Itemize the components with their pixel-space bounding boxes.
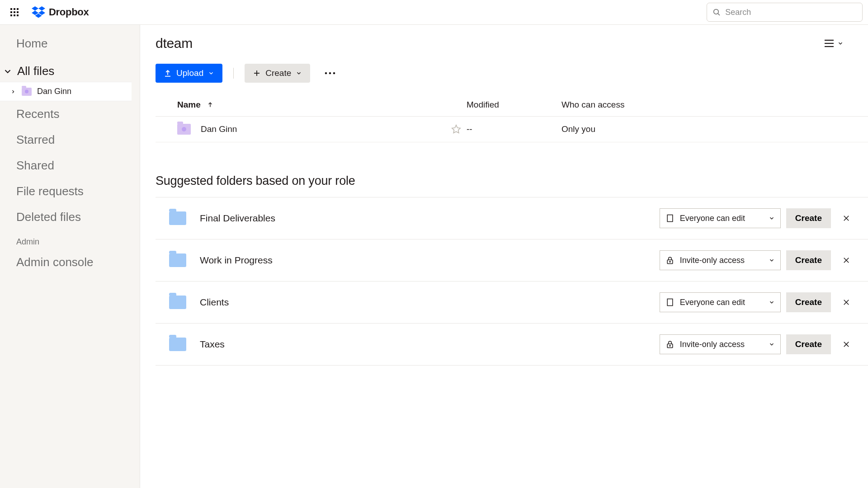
lock-icon (665, 340, 675, 349)
chevron-down-icon (837, 40, 844, 47)
chevron-down-icon (769, 257, 775, 263)
sidebar-admin-label: Admin (0, 230, 140, 249)
search-box[interactable] (707, 3, 863, 22)
close-icon (842, 340, 850, 348)
file-name: Dan Ginn (201, 124, 237, 134)
sidebar-item-starred[interactable]: Starred (0, 127, 140, 153)
table-row[interactable]: Dan Ginn -- Only you (156, 117, 868, 142)
close-icon (842, 214, 850, 222)
divider (233, 68, 234, 79)
create-suggested-button[interactable]: Create (786, 208, 831, 228)
main-content: dteam Upload Create (140, 25, 868, 488)
sidebar-item-admin-console[interactable]: Admin console (0, 249, 140, 275)
more-actions-button[interactable] (321, 64, 339, 82)
suggested-title: Suggested folders based on your role (156, 174, 868, 188)
upload-label: Upload (176, 68, 203, 78)
close-icon (842, 298, 850, 306)
lock-icon (665, 256, 675, 265)
access-label: Everyone can edit (680, 214, 763, 223)
star-icon (451, 124, 461, 134)
dropbox-logo[interactable]: Dropbox (32, 6, 89, 18)
create-suggested-button[interactable]: Create (786, 334, 831, 354)
sidebar-tree-label: Dan Ginn (37, 87, 71, 96)
svg-rect-1 (14, 8, 15, 10)
sidebar-item-file-requests[interactable]: File requests (0, 178, 140, 204)
access-select[interactable]: Everyone can edit (660, 208, 781, 228)
sidebar-item-deleted-files[interactable]: Deleted files (0, 204, 140, 230)
dismiss-suggested-button[interactable] (837, 209, 855, 227)
folder-icon (169, 253, 186, 267)
view-toggle-button[interactable] (821, 36, 846, 51)
create-label: Create (265, 68, 291, 78)
column-header-access[interactable]: Who can access (561, 100, 862, 110)
access-label: Invite-only access (680, 340, 763, 349)
svg-marker-27 (452, 125, 460, 133)
dismiss-suggested-button[interactable] (837, 335, 855, 353)
column-header-name[interactable]: Name (177, 100, 467, 110)
dismiss-suggested-button[interactable] (837, 251, 855, 269)
svg-marker-10 (38, 6, 45, 11)
dismiss-suggested-button[interactable] (837, 293, 855, 311)
search-input[interactable] (725, 8, 857, 17)
suggested-folder-name: Taxes (200, 339, 225, 350)
search-icon (712, 8, 721, 17)
access-select[interactable]: Invite-only access (660, 334, 781, 354)
sidebar-item-recents[interactable]: Recents (0, 101, 140, 127)
apps-grid-icon[interactable] (5, 3, 24, 21)
svg-rect-41 (667, 299, 673, 306)
building-icon (665, 298, 675, 307)
svg-rect-0 (10, 8, 12, 10)
sidebar-item-home[interactable]: Home (0, 33, 140, 61)
dropbox-glyph-icon (32, 6, 45, 18)
create-suggested-button[interactable]: Create (786, 250, 831, 270)
access-select[interactable]: Everyone can edit (660, 292, 781, 312)
svg-point-38 (670, 261, 670, 262)
chevron-right-icon (10, 89, 16, 94)
svg-rect-4 (14, 11, 15, 13)
arrow-up-icon (207, 102, 213, 108)
access-label: Everyone can edit (680, 298, 763, 307)
modified-value: -- (467, 124, 561, 134)
suggested-row: TaxesInvite-only accessCreate (156, 324, 868, 366)
svg-rect-3 (10, 11, 12, 13)
list-view-icon (824, 39, 835, 48)
upload-button[interactable]: Upload (156, 64, 222, 83)
svg-rect-7 (14, 14, 15, 16)
svg-rect-6 (10, 14, 12, 16)
suggested-row: Work in ProgressInvite-only accessCreate (156, 239, 868, 282)
access-select[interactable]: Invite-only access (660, 250, 781, 270)
create-suggested-button[interactable]: Create (786, 292, 831, 312)
chevron-down-icon (296, 70, 302, 76)
create-button[interactable]: Create (245, 64, 310, 83)
svg-marker-9 (32, 6, 38, 11)
suggested-list: Final DeliverablesEveryone can editCreat… (156, 197, 868, 366)
svg-point-24 (329, 72, 331, 75)
suggested-row: ClientsEveryone can editCreate (156, 282, 868, 324)
suggested-row: Final DeliverablesEveryone can editCreat… (156, 197, 868, 239)
suggested-folder-name: Final Deliverables (200, 213, 275, 224)
folder-icon (169, 296, 186, 309)
svg-point-23 (325, 72, 327, 75)
svg-rect-8 (17, 14, 19, 16)
sidebar-item-all-files[interactable]: All files (0, 61, 140, 82)
building-icon (665, 214, 675, 223)
folder-icon (22, 88, 32, 96)
sidebar-item-shared[interactable]: Shared (0, 153, 140, 178)
upload-icon (164, 69, 172, 77)
svg-point-51 (670, 345, 670, 346)
chevron-down-icon (769, 215, 775, 221)
column-header-modified[interactable]: Modified (467, 100, 561, 110)
svg-point-14 (714, 9, 719, 14)
svg-rect-2 (17, 8, 19, 10)
chevron-down-icon (769, 341, 775, 347)
close-icon (842, 256, 850, 264)
table-header: Name Modified Who can access (156, 100, 868, 117)
sidebar-tree-item[interactable]: Dan Ginn (0, 82, 132, 101)
brand-name: Dropbox (49, 6, 89, 18)
top-bar: Dropbox (0, 0, 868, 25)
suggested-folder-name: Clients (200, 297, 229, 308)
star-button[interactable] (451, 124, 461, 134)
more-horizontal-icon (325, 72, 335, 75)
chevron-down-icon (3, 66, 13, 76)
sidebar-all-files-label: All files (17, 64, 54, 78)
